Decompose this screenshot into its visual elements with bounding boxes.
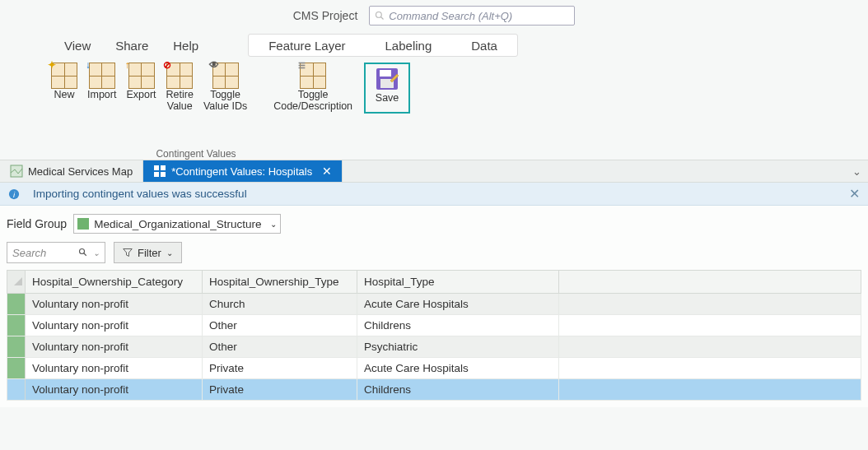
col-ownership-type[interactable]: Hospital_Ownership_Type	[203, 271, 357, 294]
svg-line-13	[84, 253, 86, 256]
menu-help[interactable]: Help	[173, 39, 198, 53]
table-cell[interactable]: Private	[203, 358, 357, 379]
title-bar: CMS Project Command Search (Alt+Q)	[0, 0, 868, 26]
tab-feature-layer[interactable]: Feature Layer	[249, 35, 365, 56]
search-icon	[78, 248, 88, 257]
export-button[interactable]: ↑ Export	[121, 63, 161, 100]
svg-rect-3	[380, 70, 391, 77]
info-bar: i Importing contingent values was succes…	[0, 183, 868, 206]
tab-data[interactable]: Data	[451, 35, 517, 56]
menu-bar: View Share Help Feature Layer Labeling D…	[0, 33, 868, 58]
table-row[interactable]: Voluntary non-profitChurchAcute Care Hos…	[7, 294, 861, 315]
toggle-value-ids-button[interactable]: 👁 Toggle Value IDs	[198, 63, 252, 113]
command-search-input[interactable]: Command Search (Alt+Q)	[369, 6, 575, 26]
table-cell[interactable]: Psychiatric	[357, 336, 559, 358]
retire-label: Retire Value	[166, 89, 194, 113]
sparkle-icon: ✦	[48, 59, 56, 71]
filter-label: Filter	[138, 247, 161, 259]
tab-map-label: Medical Services Map	[28, 165, 133, 178]
search-filter-row: Search ⌄ Filter ⌄	[0, 239, 868, 270]
table-cell-empty	[559, 294, 861, 315]
filter-icon	[123, 248, 133, 257]
svg-rect-9	[161, 172, 166, 177]
svg-rect-8	[154, 172, 159, 177]
toggle-code-description-button[interactable]: ☰ Toggle Code/Description	[268, 63, 357, 113]
ribbon: ✦ New ↓ Import ↑ Export ⊘ Retire Value 👁…	[0, 58, 868, 150]
toggle-code-label: Toggle Code/Description	[273, 89, 352, 113]
retire-value-button[interactable]: ⊘ Retire Value	[161, 63, 198, 113]
menu-view[interactable]: View	[64, 39, 91, 53]
context-tab-group: Feature Layer Labeling Data	[248, 34, 518, 57]
table-cell-empty	[559, 315, 861, 336]
svg-point-12	[80, 249, 85, 254]
prohibit-icon: ⊘	[163, 59, 171, 71]
chevron-down-icon: ⌄	[93, 248, 100, 257]
table-cell[interactable]: Childrens	[357, 315, 559, 336]
new-label: New	[54, 89, 74, 100]
row-header[interactable]	[7, 358, 26, 379]
menu-share[interactable]: Share	[115, 39, 148, 53]
table-cell[interactable]: Voluntary non-profit	[26, 379, 203, 401]
ribbon-group-caption: Contingent Values	[0, 148, 346, 160]
eye-icon: 👁	[209, 59, 219, 71]
import-button[interactable]: ↓ Import	[82, 63, 121, 100]
table-cell-empty	[559, 358, 861, 379]
table-cell[interactable]: Voluntary non-profit	[26, 294, 203, 315]
contingent-values-table: Hospital_Ownership_Category Hospital_Own…	[7, 270, 861, 401]
svg-rect-7	[161, 165, 166, 170]
chevron-down-icon: ⌄	[270, 220, 277, 229]
row-header[interactable]	[7, 336, 26, 358]
table-cell[interactable]: Church	[203, 294, 357, 315]
filter-button[interactable]: Filter ⌄	[114, 242, 182, 263]
select-all-corner[interactable]	[7, 271, 26, 294]
table-cell[interactable]: Voluntary non-profit	[26, 358, 203, 379]
field-group-row: Field Group Medical_Organizational_Struc…	[0, 206, 868, 239]
table-cell[interactable]: Other	[203, 336, 357, 358]
col-ownership-category[interactable]: Hospital_Ownership_Category	[26, 271, 203, 294]
table-cell-empty	[559, 379, 861, 401]
chevron-down-icon: ⌄	[166, 248, 173, 257]
project-title: CMS Project	[293, 9, 358, 22]
col-hospital-type[interactable]: Hospital_Type	[357, 271, 559, 294]
svg-line-1	[381, 17, 384, 20]
info-icon: i	[8, 188, 20, 200]
document-tabs: Medical Services Map *Contingent Values:…	[0, 160, 868, 183]
table-row[interactable]: Voluntary non-profitOtherPsychiatric	[7, 336, 861, 358]
tab-contingent-values[interactable]: *Contingent Values: Hospitals ✕	[143, 160, 343, 182]
row-header[interactable]	[7, 379, 26, 401]
table-cell[interactable]: Childrens	[357, 379, 559, 401]
field-group-select[interactable]: Medical_Organizational_Structure ⌄	[73, 214, 280, 234]
info-message: Importing contingent values was successf…	[33, 188, 247, 200]
table-cell[interactable]: Acute Care Hospitals	[357, 294, 559, 315]
tab-expander[interactable]: ⌄	[846, 160, 868, 182]
info-close-icon[interactable]: ✕	[849, 186, 860, 202]
table-cell[interactable]: Private	[203, 379, 357, 401]
search-icon	[375, 11, 385, 21]
table-cell[interactable]: Acute Care Hospitals	[357, 358, 559, 379]
field-group-value: Medical_Organizational_Structure	[94, 218, 261, 230]
table-cell[interactable]: Voluntary non-profit	[26, 336, 203, 358]
col-empty	[559, 271, 861, 294]
field-group-label: Field Group	[7, 217, 67, 230]
new-button[interactable]: ✦ New	[46, 63, 82, 100]
save-button[interactable]: Save	[364, 63, 410, 114]
chevron-down-icon: ⌄	[852, 165, 861, 178]
row-header[interactable]	[7, 294, 26, 315]
table-cell[interactable]: Voluntary non-profit	[26, 315, 203, 336]
table-cell[interactable]: Other	[203, 315, 357, 336]
table-header-row: Hospital_Ownership_Category Hospital_Own…	[7, 271, 861, 294]
import-label: Import	[87, 89, 116, 100]
toggle-ids-label: Toggle Value IDs	[203, 89, 247, 113]
search-input[interactable]: Search ⌄	[7, 242, 105, 263]
tab-labeling[interactable]: Labeling	[366, 35, 452, 56]
table-row[interactable]: Voluntary non-profitPrivateChildrens	[7, 379, 861, 401]
arrow-up-icon: ↑	[125, 59, 130, 71]
tab-medical-services-map[interactable]: Medical Services Map	[0, 160, 143, 182]
table-row[interactable]: Voluntary non-profitOtherChildrens	[7, 315, 861, 336]
close-icon[interactable]: ✕	[322, 165, 332, 178]
row-header[interactable]	[7, 315, 26, 336]
svg-rect-6	[154, 165, 159, 170]
export-label: Export	[126, 89, 156, 100]
table-row[interactable]: Voluntary non-profitPrivateAcute Care Ho…	[7, 358, 861, 379]
table-container: Hospital_Ownership_Category Hospital_Own…	[0, 270, 868, 407]
